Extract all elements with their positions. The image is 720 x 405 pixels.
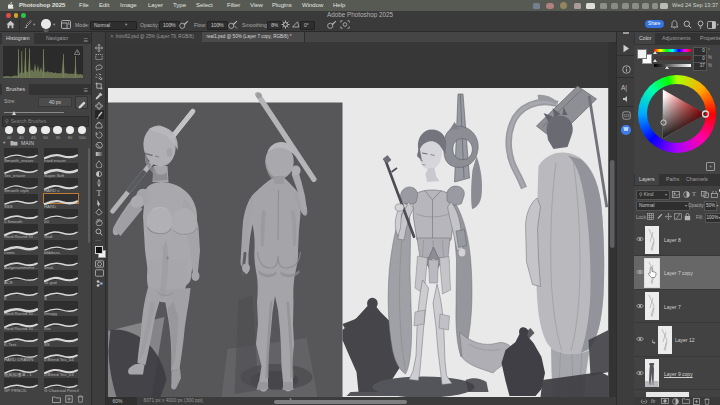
svg-text:121: 121 [623,114,629,118]
svg-text:T: T [97,189,102,197]
